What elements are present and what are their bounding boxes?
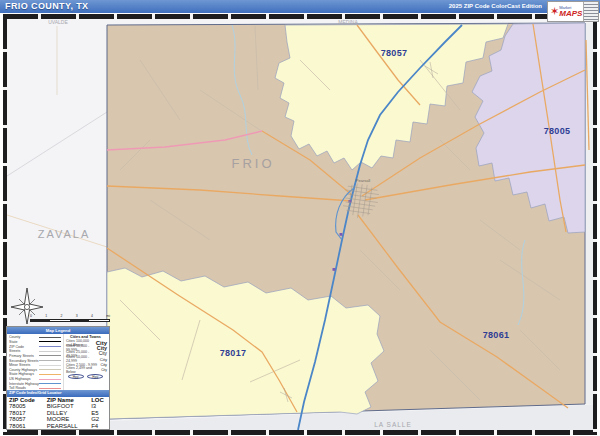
scale-tick: 0 — [30, 314, 32, 318]
zip-label-78061: 78061 — [483, 330, 510, 340]
scale-bar: 0 1 2 3 4 mi — [30, 314, 110, 322]
table-row: 78017 DILLEY E5 — [7, 410, 109, 417]
legend-title: Map Legend — [7, 327, 109, 334]
zip-table-header-row: ZIP Code ZIP Name LOC — [7, 397, 109, 404]
legend-row-label: County — [9, 335, 39, 339]
line-sample-us-hwy — [39, 379, 61, 380]
city-tier-sample: City — [99, 351, 107, 356]
city-label-pearsall: Pearsall — [356, 178, 371, 183]
table-row: 78061 PEARSALL F4 — [7, 423, 109, 430]
legend-row-label: Primary Streets — [9, 354, 39, 358]
highway-shield-icon: Hwy — [87, 374, 103, 379]
legend-row-label: County Highways — [9, 368, 39, 372]
grid-ruler-right — [593, 14, 597, 435]
line-sample-toll — [39, 388, 61, 389]
county-label-lasalle: LA SALLE — [374, 421, 412, 428]
line-sample-zip — [39, 346, 61, 347]
legend-row-label: Minor Streets — [9, 363, 39, 367]
map-sheet: FRIO COUNTY, TX 2025 ZIP Code ColorCast … — [0, 0, 600, 436]
publisher-logo: ✶ Market MAPS — [547, 1, 599, 22]
table-row: 78005 BIGFOOT I3 — [7, 403, 109, 410]
title-bar: FRIO COUNTY, TX 2025 ZIP Code ColorCast … — [0, 0, 600, 13]
logo-burst-icon: ✶ — [548, 2, 559, 21]
legend-row-label: Interstate Highways — [9, 382, 39, 386]
county-label-medina: MEDINA — [338, 19, 358, 25]
legend-row-label: Secondary Streets — [9, 359, 39, 363]
table-row: 78057 MOORE G2 — [7, 416, 109, 423]
city-tier-sample: City — [100, 363, 107, 367]
page-title: FRIO COUNTY, TX — [5, 1, 89, 11]
city-tier-sample: City — [100, 357, 107, 362]
line-sample-state-hwy — [39, 374, 61, 375]
county-label-uvalde: UVALDE — [48, 19, 68, 25]
legend-panel: Map Legend County State ZIP Code Streets… — [6, 326, 110, 430]
line-sample-streets — [39, 351, 61, 352]
line-sample-state — [39, 341, 61, 342]
legend-row-label: US Highways — [9, 377, 39, 381]
line-sample-secondary — [39, 360, 61, 361]
zip-label-78057: 78057 — [381, 48, 408, 58]
zip-index-table: ZIP Code ZIP Name LOC 78005 BIGFOOT I3 7… — [7, 397, 109, 430]
line-sample-primary — [39, 355, 61, 356]
logo-big-text: MAPS — [559, 10, 582, 18]
logo-side-box — [583, 2, 598, 21]
legend-row-label: State — [9, 340, 39, 344]
edition-label: 2025 ZIP Code ColorCast Edition — [449, 3, 542, 9]
line-sample-interstate — [39, 383, 61, 384]
highway-shield-icon: Hwy — [68, 374, 84, 379]
scale-tick: 2 — [61, 314, 63, 318]
east-band — [585, 23, 593, 405]
line-sample-county-hwy — [39, 369, 61, 370]
legend-row-label: State Highways — [9, 372, 39, 376]
legend-row-label: Streets — [9, 349, 39, 353]
legend-cities-column: Cities and Towns Cities 100,000 and Abov… — [63, 334, 109, 390]
line-sample-county — [39, 337, 61, 338]
legend-row-label: ZIP Code — [9, 345, 39, 349]
scale-bar-segments — [30, 319, 110, 322]
legend-line-column: County State ZIP Code Streets Primary St… — [7, 334, 63, 390]
city-tier-sample: City — [101, 368, 107, 372]
zip-label-78017: 78017 — [220, 348, 247, 358]
county-label-zavala: ZAVALA — [38, 228, 91, 240]
scale-tick: 3 — [76, 314, 78, 318]
scale-tick: 4 — [91, 314, 93, 318]
line-sample-minor — [39, 365, 61, 366]
scale-unit: mi — [106, 314, 110, 318]
grid-ruler-bottom — [3, 430, 597, 435]
scale-tick: 1 — [45, 314, 47, 318]
county-label-frio: FRIO — [231, 156, 274, 171]
zip-label-78005: 78005 — [544, 126, 571, 136]
